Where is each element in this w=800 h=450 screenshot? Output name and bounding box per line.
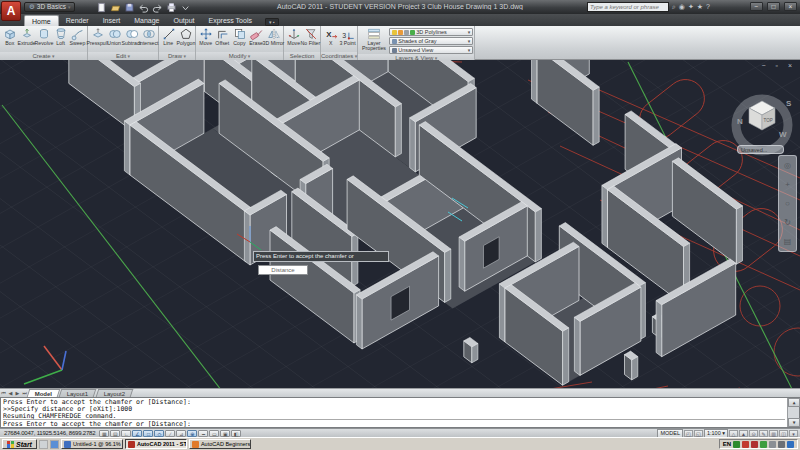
ribbon-button-loft[interactable]: Loft <box>52 27 69 46</box>
command-scrollbar[interactable]: ▲ ▼ <box>787 398 799 427</box>
tray-icon-6[interactable] <box>787 441 794 448</box>
scroll-up-icon[interactable]: ▲ <box>788 398 800 407</box>
tab-express-tools[interactable]: Express Tools <box>201 15 258 26</box>
ribbon-button-extrude[interactable]: Extrude <box>18 27 35 46</box>
view-dropdown[interactable]: Unsaved View▾ <box>389 46 473 54</box>
communication-icon[interactable]: ✦ <box>688 2 694 12</box>
layer-dropdown[interactable]: 3D Polylines▾ <box>389 28 473 36</box>
ribbon-button-move[interactable]: Move <box>197 27 214 46</box>
command-input[interactable]: Press Enter to accept the chamfer or [Di… <box>3 421 785 428</box>
ribbon-button-sweep[interactable]: Sweep <box>69 27 86 46</box>
toggle-otrack[interactable]: ∕ <box>165 430 175 437</box>
tray-icon-3[interactable] <box>760 441 767 448</box>
ribbon-button-3d-mirror[interactable]: 3D Mirror <box>265 27 282 46</box>
scroll-down-icon[interactable]: ▼ <box>788 418 800 427</box>
tray-icon-5[interactable] <box>778 441 785 448</box>
task-button[interactable]: Untitled-1 @ 96.1% (Lay... <box>61 439 123 449</box>
qat-dropdown-icon[interactable] <box>180 2 191 12</box>
tray-tool-icon-1[interactable]: ✎ <box>759 430 768 437</box>
layout-nav-icon[interactable]: ▶ <box>14 389 21 397</box>
layout-nav-icon[interactable]: ⏮ <box>0 389 7 397</box>
viewcube-ucs-pill[interactable]: Unsaved... <box>737 145 784 154</box>
tab-model[interactable]: Model <box>27 389 61 397</box>
ribbon-button-revolve[interactable]: Revolve <box>35 27 52 46</box>
panel-title[interactable]: Selection <box>284 52 320 60</box>
open-icon[interactable] <box>110 2 121 12</box>
undo-icon[interactable] <box>138 2 149 12</box>
toggle-sc[interactable]: ◧ <box>231 430 241 437</box>
quick-launch-icon-1[interactable] <box>50 440 59 449</box>
toggle-lwt[interactable]: ━ <box>198 430 208 437</box>
ribbon-button-x[interactable]: XX <box>322 27 339 46</box>
full-navigation-wheel-icon[interactable]: ◎ <box>784 161 791 170</box>
tab-render[interactable]: Render <box>59 15 96 26</box>
tab-layout2[interactable]: Layout2 <box>95 389 133 397</box>
ribbon-button-layer-properties[interactable]: Layer Properties <box>359 27 389 51</box>
ribbon-button-polygon[interactable]: Polygon <box>177 27 194 46</box>
tab-home[interactable]: Home <box>24 15 59 26</box>
tray-icon-0[interactable] <box>733 441 740 448</box>
panel-title[interactable]: Modify ▾ <box>196 52 283 60</box>
ribbon-button-copy[interactable]: Copy <box>231 27 248 46</box>
tray-icon-4[interactable] <box>769 441 776 448</box>
workspace-switcher[interactable]: ⚙3D Basics ▾ <box>24 2 75 12</box>
toggle-qp[interactable]: ▣ <box>220 430 230 437</box>
new-icon[interactable] <box>96 2 107 12</box>
toggle-ortho[interactable]: ∟ <box>121 430 131 437</box>
ribbon-button-no-filter[interactable]: No Filter <box>302 27 319 46</box>
panel-title[interactable]: Create ▾ <box>0 52 87 60</box>
panel-title[interactable]: Coordinates ▾ <box>321 52 357 60</box>
toggle-3dosnap[interactable]: ◇ <box>154 430 164 437</box>
ribbon-options-icon[interactable]: ▾ ▪ <box>265 18 279 26</box>
save-icon[interactable] <box>124 2 135 12</box>
toggle-dyn[interactable]: ⊕ <box>187 430 197 437</box>
tray-tool-icon-4[interactable]: ▾ <box>789 430 798 437</box>
visual-style-dropdown[interactable]: Shades of Gray▾ <box>389 37 473 45</box>
language-indicator[interactable]: EN <box>723 441 731 447</box>
panel-title[interactable]: Edit ▾ <box>88 52 158 60</box>
tab-manage[interactable]: Manage <box>127 15 166 26</box>
help-icon[interactable]: ? <box>706 2 710 12</box>
zoom-icon[interactable]: ○ <box>785 199 790 208</box>
toggle-grid[interactable]: ▤ <box>110 430 120 437</box>
ribbon-button-union[interactable]: Union <box>106 27 123 46</box>
ribbon-button-presspull[interactable]: Presspull <box>89 27 106 46</box>
tab-output[interactable]: Output <box>166 15 201 26</box>
tray-tool-icon-3[interactable]: ◫ <box>779 430 788 437</box>
toggle-osnap[interactable]: □ <box>143 430 153 437</box>
drawing-viewport[interactable]: NSWTOP − ▫ × ◎+○↻▤ Unsaved... Press Ente… <box>0 60 800 388</box>
panel-title[interactable]: Draw ▾ <box>159 52 195 60</box>
tray-tool-icon-0[interactable]: ⊙ <box>749 430 758 437</box>
restore-button[interactable]: □ <box>767 2 780 11</box>
task-button[interactable]: AutoCAD Beginners' Are... <box>189 439 251 449</box>
paper-icon-1[interactable]: ◱ <box>694 430 703 437</box>
dynamic-input-field[interactable]: Distance <box>258 265 308 275</box>
toggle-tpy[interactable]: ▭ <box>209 430 219 437</box>
ribbon-button-3-point[interactable]: 33 Point <box>339 27 356 46</box>
redo-icon[interactable] <box>152 2 163 12</box>
navigation-bar[interactable]: ◎+○↻▤ <box>778 155 797 252</box>
tab-layout1[interactable]: Layout1 <box>59 389 97 397</box>
exchange-icon[interactable]: ◉ <box>679 2 685 12</box>
toggle-snap[interactable]: ▦ <box>99 430 109 437</box>
tray-icon-2[interactable] <box>751 441 758 448</box>
tray-icon-1[interactable] <box>742 441 749 448</box>
toggle-polar[interactable]: ∠ <box>132 430 142 437</box>
search-input[interactable] <box>587 2 669 12</box>
start-button[interactable]: Start <box>2 439 37 449</box>
quick-launch-icon-0[interactable] <box>39 440 48 449</box>
showmotion-icon[interactable]: ▤ <box>784 237 792 246</box>
orbit-icon[interactable]: ↻ <box>784 218 791 227</box>
plot-icon[interactable] <box>166 2 177 12</box>
ribbon-button-offset[interactable]: Offset <box>214 27 231 46</box>
application-menu-button[interactable]: A <box>1 1 21 21</box>
search-icon[interactable]: ⌕ <box>672 2 676 12</box>
toggle-ducs[interactable]: ⊿ <box>176 430 186 437</box>
task-button[interactable]: AutoCAD 2011 - STUD... <box>125 439 187 449</box>
drawing-window-controls[interactable]: − ▫ × <box>761 62 796 69</box>
tray-tool-icon-2[interactable]: ▥ <box>769 430 778 437</box>
paper-icon-0[interactable]: ◰ <box>684 430 693 437</box>
favorites-icon[interactable]: ★ <box>697 2 703 12</box>
ribbon-button-line[interactable]: Line <box>160 27 177 46</box>
ribbon-button-subtract[interactable]: Subtract <box>123 27 140 46</box>
